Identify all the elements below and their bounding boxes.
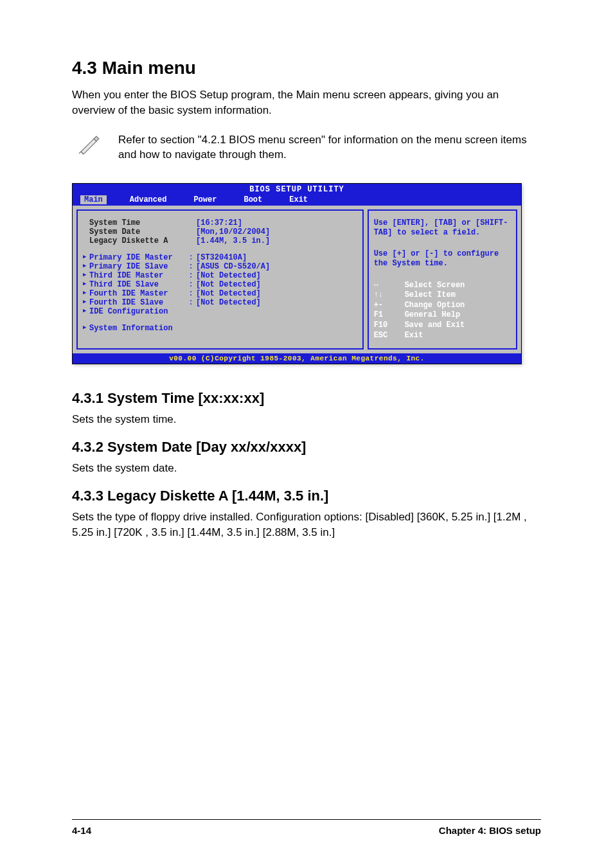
- bios-row[interactable]: ▶Primary IDE Slave:[ASUS CD-S520/A]: [83, 262, 357, 271]
- bios-help-text: Use [ENTER], [TAB] or [SHIFT-TAB] to sel…: [374, 218, 511, 269]
- bios-screen: BIOS SETUP UTILITY Main Advanced Power B…: [72, 183, 522, 364]
- row-value: [1.44M, 3.5 in.]: [196, 236, 270, 245]
- subsection-text: Sets the system date.: [72, 461, 541, 476]
- bios-tab-main[interactable]: Main: [80, 195, 107, 204]
- key-arrows-horiz-icon: ↔: [374, 281, 397, 291]
- submenu-arrow-icon: ▶: [83, 253, 88, 262]
- bios-copyright: v00.00 (C)Copyright 1985-2003, American …: [73, 353, 521, 364]
- submenu-arrow-icon: ▶: [83, 271, 88, 280]
- row-label: Primary IDE Slave: [89, 262, 186, 271]
- bios-row: System Time[16:37:21]: [83, 218, 357, 227]
- bios-tab-bar: Main Advanced Power Boot Exit: [73, 195, 521, 206]
- row-value: [Not Detected]: [196, 280, 261, 289]
- row-label: System Date: [89, 227, 186, 236]
- intro-text: When you enter the BIOS Setup program, t…: [72, 87, 541, 118]
- note-pencil-icon: [77, 130, 103, 155]
- subsection-heading: 4.3.2 System Date [Day xx/xx/xxxx]: [72, 439, 541, 456]
- bios-tab-power[interactable]: Power: [190, 195, 220, 204]
- bios-tab-boot[interactable]: Boot: [240, 195, 266, 204]
- key-row: ↑↓Select Item: [374, 290, 511, 301]
- key-plusminus-icon: +-: [374, 301, 397, 311]
- note-block: Refer to section "4.2.1 BIOS menu screen…: [72, 130, 541, 163]
- bios-tab-exit[interactable]: Exit: [285, 195, 312, 204]
- submenu-arrow-icon: ▶: [83, 289, 88, 298]
- row-label: Primary IDE Master: [89, 253, 186, 262]
- page-number: 4-14: [72, 825, 91, 836]
- bios-row[interactable]: ▶Fourth IDE Master:[Not Detected]: [83, 289, 357, 298]
- row-label: System Information: [89, 324, 186, 333]
- bios-row[interactable]: ▶Fourth IDE Slave:[Not Detected]: [83, 298, 357, 307]
- note-text: Refer to section "4.2.1 BIOS menu screen…: [118, 130, 541, 163]
- key-row: ESCExit: [374, 331, 511, 341]
- row-value: [Not Detected]: [196, 289, 261, 298]
- key-row: F1General Help: [374, 310, 511, 321]
- subsection-heading: 4.3.3 Legacy Diskette A [1.44M, 3.5 in.]: [72, 488, 541, 504]
- row-value: [Not Detected]: [196, 271, 261, 280]
- bios-row[interactable]: ▶Third IDE Slave:[Not Detected]: [83, 280, 357, 289]
- key-row: +-Change Option: [374, 301, 511, 311]
- row-value: [Mon,10/02/2004]: [196, 227, 270, 236]
- submenu-arrow-icon: ▶: [83, 324, 88, 333]
- row-label: IDE Configuration: [89, 307, 186, 316]
- key-row: F10Save and Exit: [374, 321, 511, 331]
- svg-line-1: [79, 152, 81, 154]
- subsection-heading: 4.3.1 System Time [xx:xx:xx]: [72, 390, 541, 407]
- key-arrows-vert-icon: ↑↓: [374, 290, 397, 301]
- submenu-arrow-icon: ▶: [83, 298, 88, 307]
- bios-row[interactable]: ▶Third IDE Master:[Not Detected]: [83, 271, 357, 280]
- bios-row[interactable]: ▶IDE Configuration: [83, 307, 357, 316]
- row-label: Third IDE Slave: [89, 280, 186, 289]
- bios-row: System Date[Mon,10/02/2004]: [83, 227, 357, 236]
- bios-row[interactable]: ▶System Information: [83, 324, 357, 333]
- bios-row: Legacy Diskette A[1.44M, 3.5 in.]: [83, 236, 357, 245]
- section-heading: 4.3 Main menu: [72, 58, 541, 78]
- row-label: Fourth IDE Master: [89, 289, 186, 298]
- page-footer: 4-14 Chapter 4: BIOS setup: [72, 819, 541, 836]
- row-label: Fourth IDE Slave: [89, 298, 186, 307]
- submenu-arrow-icon: ▶: [83, 262, 88, 271]
- subsection-text: Sets the system time.: [72, 412, 541, 427]
- row-value: [Not Detected]: [196, 298, 261, 307]
- chapter-title: Chapter 4: BIOS setup: [439, 825, 541, 836]
- submenu-arrow-icon: ▶: [83, 307, 88, 316]
- submenu-arrow-icon: ▶: [83, 280, 88, 289]
- bios-title: BIOS SETUP UTILITY: [73, 184, 521, 195]
- bios-key-legend: ↔Select Screen ↑↓Select Item +-Change Op…: [374, 281, 511, 341]
- subsection-text: Sets the type of floppy drive installed.…: [72, 509, 541, 540]
- row-label: System Time: [89, 218, 186, 227]
- row-value: [ASUS CD-S520/A]: [196, 262, 270, 271]
- bios-row[interactable]: ▶Primary IDE Master:[ST320410A]: [83, 253, 357, 262]
- row-label: Third IDE Master: [89, 271, 186, 280]
- key-row: ↔Select Screen: [374, 281, 511, 291]
- row-value: [16:37:21]: [196, 218, 242, 227]
- bios-right-pane: Use [ENTER], [TAB] or [SHIFT-TAB] to sel…: [368, 209, 517, 350]
- bios-tab-advanced[interactable]: Advanced: [126, 195, 171, 204]
- bios-body: System Time[16:37:21] System Date[Mon,10…: [73, 206, 521, 353]
- row-label: Legacy Diskette A: [89, 236, 186, 245]
- row-value: [ST320410A]: [196, 253, 247, 262]
- bios-left-pane: System Time[16:37:21] System Date[Mon,10…: [76, 209, 364, 350]
